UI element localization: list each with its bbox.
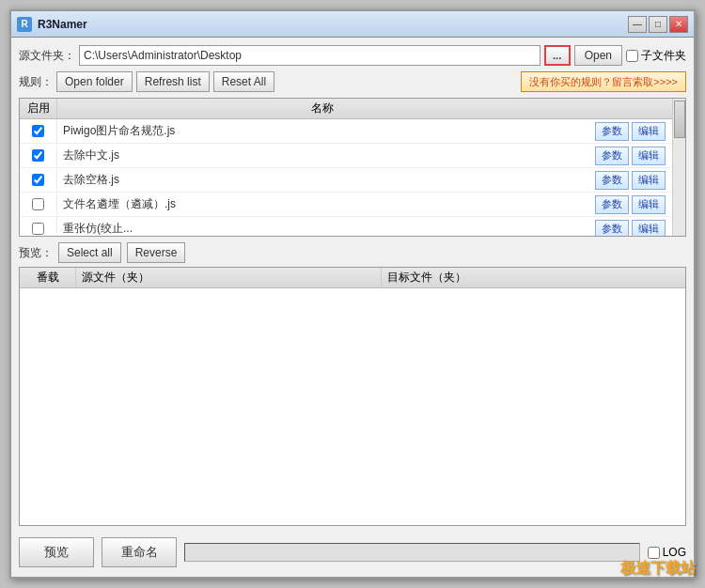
title-bar: R R3Namer — □ ✕ [11,11,694,38]
row-1-actions: 参数 编辑 [588,122,672,141]
row-4-params-button[interactable]: 参数 [595,195,629,214]
preview-header-col1: 番载 [20,268,76,287]
row-1-params-button[interactable]: 参数 [595,122,629,141]
row-3-name: 去除空格.js [57,172,588,188]
preview-label: 预览： [19,245,53,261]
maximize-button[interactable]: □ [649,16,667,33]
row-3-check[interactable] [20,168,57,192]
row-3-params-button[interactable]: 参数 [595,171,629,190]
table-row: 去除空格.js 参数 编辑 [20,168,672,193]
main-window: R R3Namer — □ ✕ 源文件夹： ... Open 子文件夹 规则： … [9,9,696,579]
subfolder-checkbox[interactable] [626,50,638,62]
preview-table-header: 番载 源文件（夹） 目标文件（夹） [20,268,685,288]
row-5-params-button[interactable]: 参数 [595,220,629,237]
row-1-name: Piwigo图片命名规范.js [57,123,588,139]
close-button[interactable]: ✕ [669,16,688,33]
row-5-edit-button[interactable]: 编辑 [632,220,666,237]
preview-button[interactable]: 预览 [19,537,94,567]
row-4-check[interactable] [20,193,57,216]
source-folder-row: 源文件夹： ... Open 子文件夹 [19,45,686,66]
subfolder-label: 子文件夹 [641,48,686,64]
rename-button[interactable]: 重命名 [102,537,177,567]
row-5-checkbox[interactable] [32,223,44,235]
browse-button[interactable]: ... [544,45,571,66]
rules-table: 启用 名称 Piwigo图片命名规范.js 参数 编辑 [20,99,672,236]
refresh-list-button[interactable]: Refresh list [136,71,210,92]
source-folder-label: 源文件夹： [19,48,75,64]
row-3-edit-button[interactable]: 编辑 [632,171,666,190]
row-2-actions: 参数 编辑 [588,147,672,165]
row-2-checkbox[interactable] [32,149,44,162]
window-controls: — □ ✕ [628,16,688,33]
row-4-edit-button[interactable]: 编辑 [632,195,666,214]
app-icon: R [17,17,32,32]
reverse-button[interactable]: Reverse [127,242,186,263]
preview-header-col3: 目标文件（夹） [382,268,686,287]
row-5-check[interactable] [20,217,57,236]
scroll-thumb[interactable] [674,101,685,138]
preview-table: 番载 源文件（夹） 目标文件（夹） [19,267,686,526]
row-1-check[interactable] [20,119,57,143]
rules-label: 规则： [19,74,53,90]
rules-scrollbar[interactable] [672,99,685,236]
open-folder-button[interactable]: Open folder [56,71,133,92]
row-3-actions: 参数 编辑 [588,171,672,190]
row-2-check[interactable] [20,144,57,167]
row-4-name: 文件名遴堙（遴减）.js [57,196,588,212]
table-row: 重张仿(绞止... 参数 编辑 [20,217,672,236]
open-button[interactable]: Open [574,45,622,66]
preview-header-col2: 源文件（夹） [76,268,382,287]
select-all-button[interactable]: Select all [58,242,121,263]
log-area: LOG [648,546,686,559]
no-rules-button[interactable]: 没有你买的规则？留言索取>>>> [521,71,686,92]
source-path-input[interactable] [79,45,540,66]
row-3-checkbox[interactable] [32,174,44,186]
progress-bar [184,543,640,562]
log-checkbox[interactable] [648,547,660,559]
main-content: 源文件夹： ... Open 子文件夹 规则： Open folder Refr… [11,38,694,577]
table-row: Piwigo图片命名规范.js 参数 编辑 [20,119,672,144]
row-1-checkbox[interactable] [32,125,44,137]
row-4-actions: 参数 编辑 [588,195,672,214]
table-row: 去除中文.js 参数 编辑 [20,144,672,168]
rules-table-container: 启用 名称 Piwigo图片命名规范.js 参数 编辑 [19,98,686,237]
preview-header: 预览： Select all Reverse [19,242,686,263]
table-row: 文件名遴堙（遴减）.js 参数 编辑 [20,193,672,217]
preview-section: 预览： Select all Reverse 番载 源文件（夹） 目标文件（夹） [19,242,686,526]
preview-body [20,288,685,525]
row-1-edit-button[interactable]: 编辑 [632,122,666,141]
row-2-name: 去除中文.js [57,147,588,163]
log-label: LOG [663,546,686,559]
row-5-name: 重张仿(绞止... [57,221,588,236]
row-2-params-button[interactable]: 参数 [595,147,629,165]
reset-all-button[interactable]: Reset All [213,71,274,92]
minimize-button[interactable]: — [628,16,647,33]
row-5-actions: 参数 编辑 [588,220,672,237]
row-4-checkbox[interactable] [32,198,44,210]
header-name: 名称 [57,101,588,116]
rules-row: 规则： Open folder Refresh list Reset All 没… [19,71,686,92]
header-enabled: 启用 [20,99,57,118]
table-header: 启用 名称 [20,99,672,119]
window-title: R3Namer [38,18,628,31]
subfolder-checkbox-label[interactable]: 子文件夹 [626,48,686,64]
bottom-bar: 预览 重命名 LOG [19,532,686,569]
row-2-edit-button[interactable]: 编辑 [632,147,666,165]
